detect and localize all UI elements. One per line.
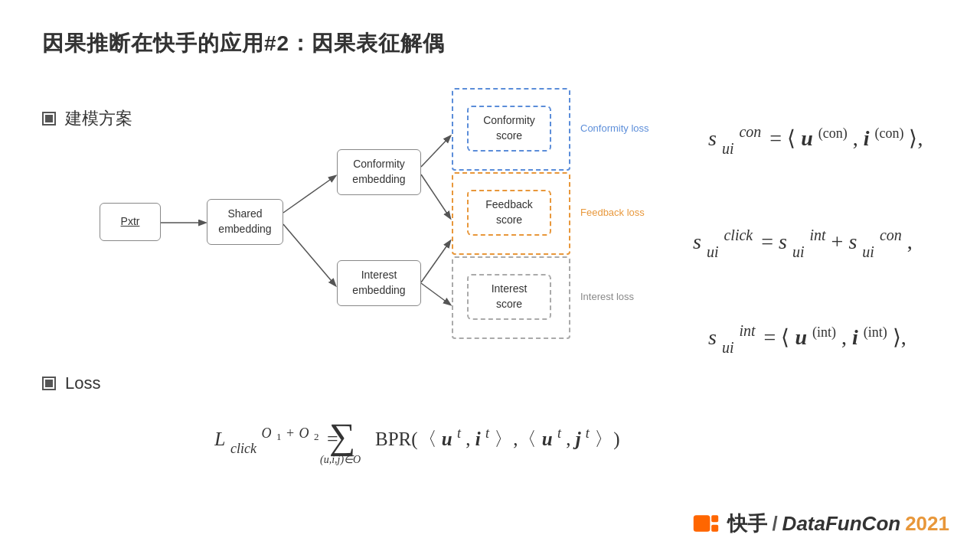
formula-1-svg: s ui con = ⟨ u (con) , i (con) ⟩,	[708, 103, 938, 165]
node-conformity-embedding: Conformityembedding	[337, 149, 421, 195]
pxtr-label: Pxtr	[121, 214, 140, 230]
svg-text:s
      ui
      con
       = : s ui con = ⟨ u (con) , i (con) ⟩,	[708, 123, 923, 157]
loss-formula-svg: L click O 1 + O 2 = ∑ (u,i,j)∈O BPR(〈 u …	[214, 406, 620, 467]
formula-2: s ui click = s ui int + s ui con ,	[693, 207, 938, 271]
node-pxtr: Pxtr	[100, 203, 161, 241]
node-interest-embedding: Interestembedding	[337, 260, 421, 306]
footer-brand-text: 快手 / DataFunCon 2021	[727, 510, 949, 537]
section-loss-label: Loss	[65, 373, 100, 393]
svg-text:s
      ui
      int
       = : s ui int = ⟨ u (int) , i (int) ⟩,	[708, 322, 906, 356]
svg-text:(u,i,j)∈O: (u,i,j)∈O	[320, 454, 361, 466]
diagram-arrows	[100, 77, 658, 375]
conformity-loss-label: Conformity loss	[580, 122, 649, 134]
checkbox-icon-loss	[42, 377, 56, 390]
page-title: 因果推断在快手的应用#2：因果表征解偶	[42, 29, 445, 58]
node-shared-embedding: Sharedembedding	[207, 199, 283, 245]
diagram-area: Pxtr Sharedembedding Conformityembedding…	[100, 77, 658, 375]
svg-line-6	[421, 283, 450, 305]
loss-formula: L click O 1 + O 2 = ∑ (u,i,j)∈O BPR(〈 u …	[214, 406, 620, 471]
node-feedback-score: Feedbackscore	[467, 190, 551, 236]
node-conformity-score: Conformityscore	[467, 106, 551, 152]
conformity-score-label: Conformityscore	[483, 113, 535, 143]
svg-line-2	[283, 224, 335, 285]
shared-embedding-label: Sharedembedding	[218, 207, 271, 236]
svg-text:BPR(〈
      u
      t
      ,
: BPR(〈 u t , i t 〉,〈 u t , j t 〉).	[375, 425, 620, 450]
formula-1: s ui con = ⟨ u (con) , i (con) ⟩,	[708, 103, 938, 168]
svg-line-4	[421, 241, 450, 282]
svg-line-5	[421, 136, 450, 167]
svg-text:L
      click
      O
      1
: L click O 1 + O 2 =	[214, 425, 338, 456]
brand-year: 2021	[905, 512, 949, 536]
interest-score-label: Interestscore	[492, 282, 528, 311]
formula-3-svg: s ui int = ⟨ u (int) , i (int) ⟩,	[708, 302, 938, 364]
svg-line-1	[283, 176, 335, 213]
formula-3: s ui int = ⟨ u (int) , i (int) ⟩,	[708, 302, 938, 367]
interest-embedding-label: Interestembedding	[352, 268, 405, 298]
svg-rect-16	[712, 525, 719, 532]
kuaishou-logo-icon	[692, 510, 720, 537]
interest-loss-label: Interest loss	[580, 291, 634, 302]
brand-datafuncon: DataFunCon	[782, 512, 901, 536]
node-interest-score: Interestscore	[467, 274, 551, 320]
footer: 快手 / DataFunCon 2021	[692, 510, 949, 537]
svg-line-3	[421, 174, 450, 218]
section-loss: Loss	[42, 373, 100, 393]
conformity-embedding-label: Conformityembedding	[352, 157, 405, 187]
brand-kuaishou: 快手	[727, 510, 767, 537]
formula-2-svg: s ui click = s ui int + s ui con ,	[693, 207, 938, 268]
checkbox-icon-jianmo	[42, 112, 56, 126]
svg-text:∑: ∑	[329, 416, 355, 457]
svg-text:s
      ui
      click
      =: s ui click = s ui int + s ui con ,	[693, 227, 913, 260]
feedback-loss-label: Feedback loss	[580, 207, 645, 218]
svg-rect-15	[712, 515, 719, 522]
brand-slash: /	[772, 512, 777, 536]
feedback-score-label: Feedbackscore	[485, 197, 532, 227]
svg-rect-14	[694, 515, 710, 532]
